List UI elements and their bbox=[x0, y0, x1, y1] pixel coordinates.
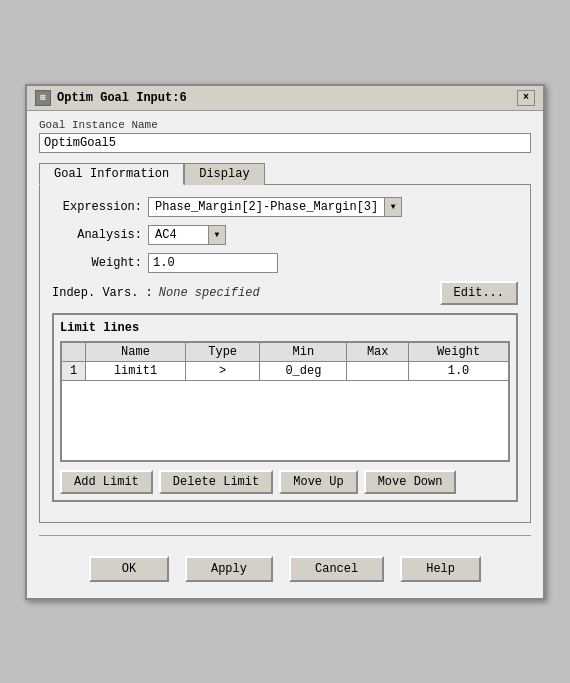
row-num-1: 1 bbox=[62, 361, 86, 380]
limit-lines-table: Name Type Min Max Weight 1 l bbox=[61, 342, 509, 461]
indep-vars-left: Indep. Vars. : None specified bbox=[52, 286, 260, 300]
delete-limit-button[interactable]: Delete Limit bbox=[159, 470, 273, 494]
add-limit-button[interactable]: Add Limit bbox=[60, 470, 153, 494]
analysis-row: Analysis: AC4 ▼ bbox=[52, 225, 518, 245]
empty-cell bbox=[62, 380, 509, 460]
goal-instance-input[interactable] bbox=[39, 133, 531, 153]
table-body: 1 limit1 > 0_deg 1.0 bbox=[62, 361, 509, 460]
weight-label: Weight: bbox=[52, 256, 142, 270]
table-row[interactable]: 1 limit1 > 0_deg 1.0 bbox=[62, 361, 509, 380]
col-header-type: Type bbox=[185, 342, 259, 361]
indep-vars-value: None specified bbox=[159, 286, 260, 300]
close-button[interactable]: × bbox=[517, 90, 535, 106]
indep-vars-row: Indep. Vars. : None specified Edit... bbox=[52, 281, 518, 305]
col-header-weight: Weight bbox=[409, 342, 509, 361]
move-up-button[interactable]: Move Up bbox=[279, 470, 357, 494]
row-type-1: > bbox=[185, 361, 259, 380]
weight-input[interactable] bbox=[148, 253, 278, 273]
help-button[interactable]: Help bbox=[400, 556, 481, 582]
limit-lines-section: Limit lines Name Type Min Max Weig bbox=[52, 313, 518, 502]
limit-buttons: Add Limit Delete Limit Move Up Move Down bbox=[60, 470, 510, 494]
analysis-combo: AC4 ▼ bbox=[148, 225, 226, 245]
weight-row: Weight: bbox=[52, 253, 518, 273]
window-icon: ⊞ bbox=[35, 90, 51, 106]
row-name-1: limit1 bbox=[86, 361, 186, 380]
row-min-1: 0_deg bbox=[260, 361, 347, 380]
analysis-dropdown-arrow[interactable]: ▼ bbox=[208, 225, 226, 245]
title-bar-left: ⊞ Optim Goal Input:6 bbox=[35, 90, 187, 106]
apply-button[interactable]: Apply bbox=[185, 556, 273, 582]
col-header-min: Min bbox=[260, 342, 347, 361]
tab-content: Expression: Phase_Margin[2]-Phase_Margin… bbox=[39, 184, 531, 523]
table-empty-row bbox=[62, 380, 509, 460]
main-window: ⊞ Optim Goal Input:6 × Goal Instance Nam… bbox=[25, 84, 545, 600]
table-header: Name Type Min Max Weight bbox=[62, 342, 509, 361]
analysis-field[interactable]: AC4 bbox=[148, 225, 208, 245]
bottom-divider bbox=[39, 535, 531, 536]
window-title: Optim Goal Input:6 bbox=[57, 91, 187, 105]
expression-label: Expression: bbox=[52, 200, 142, 214]
col-header-name: Name bbox=[86, 342, 186, 361]
table-header-row: Name Type Min Max Weight bbox=[62, 342, 509, 361]
tab-goal-information[interactable]: Goal Information bbox=[39, 163, 184, 185]
content-area: Goal Instance Name Goal Information Disp… bbox=[27, 111, 543, 598]
expression-dropdown-arrow[interactable]: ▼ bbox=[384, 197, 402, 217]
expression-field[interactable]: Phase_Margin[2]-Phase_Margin[3] bbox=[148, 197, 384, 217]
limit-lines-table-wrapper: Name Type Min Max Weight 1 l bbox=[60, 341, 510, 462]
expression-combo: Phase_Margin[2]-Phase_Margin[3] ▼ bbox=[148, 197, 402, 217]
expression-row: Expression: Phase_Margin[2]-Phase_Margin… bbox=[52, 197, 518, 217]
edit-button[interactable]: Edit... bbox=[440, 281, 518, 305]
tabs-area: Goal Information Display Expression: Pha… bbox=[39, 159, 531, 523]
row-max-1 bbox=[347, 361, 409, 380]
tab-display[interactable]: Display bbox=[184, 163, 264, 185]
title-bar: ⊞ Optim Goal Input:6 × bbox=[27, 86, 543, 111]
goal-instance-section: Goal Instance Name bbox=[39, 119, 531, 153]
move-down-button[interactable]: Move Down bbox=[364, 470, 457, 494]
indep-vars-label: Indep. Vars. : bbox=[52, 286, 153, 300]
bottom-buttons: OK Apply Cancel Help bbox=[39, 548, 531, 590]
col-header-max: Max bbox=[347, 342, 409, 361]
analysis-label: Analysis: bbox=[52, 228, 142, 242]
ok-button[interactable]: OK bbox=[89, 556, 169, 582]
row-weight-1: 1.0 bbox=[409, 361, 509, 380]
tab-bar: Goal Information Display bbox=[39, 163, 531, 185]
col-header-num bbox=[62, 342, 86, 361]
cancel-button[interactable]: Cancel bbox=[289, 556, 384, 582]
goal-instance-label: Goal Instance Name bbox=[39, 119, 531, 131]
limit-lines-title: Limit lines bbox=[60, 321, 510, 335]
